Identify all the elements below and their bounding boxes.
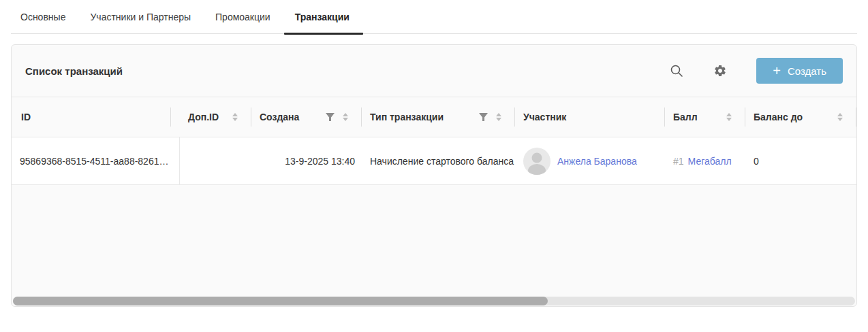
filter-icon[interactable] <box>479 113 488 121</box>
sort-icon[interactable] <box>496 113 501 121</box>
cell-member: Анжела Баранова <box>515 137 665 184</box>
create-button[interactable]: + Создать <box>756 58 843 84</box>
cell-ext-id <box>180 137 251 184</box>
transactions-panel: Список транзакций + Создать ID <box>11 44 857 307</box>
tab-main[interactable]: Основные <box>20 0 65 33</box>
column-label: Доп.ID <box>188 112 219 122</box>
plus-icon: + <box>773 64 781 78</box>
create-button-label: Создать <box>788 65 826 77</box>
member-link[interactable]: Анжела Баранова <box>557 156 637 167</box>
tab-members-partners[interactable]: Участники и Партнеры <box>90 0 191 33</box>
panel-title: Список транзакций <box>25 65 123 77</box>
column-label: Участник <box>523 112 566 122</box>
column-header-ext-id[interactable]: Доп.ID <box>180 97 251 137</box>
cell-score: #1 Мегабалл <box>665 137 745 184</box>
avatar <box>523 148 551 175</box>
column-header-id: ID <box>12 97 180 137</box>
scrollbar-thumb[interactable] <box>13 297 548 305</box>
filter-icon[interactable] <box>326 113 335 121</box>
column-header-created[interactable]: Создана <box>251 97 362 137</box>
tab-transactions[interactable]: Транзакции <box>295 0 350 33</box>
horizontal-scrollbar[interactable] <box>13 297 855 305</box>
score-number: #1 <box>673 156 684 167</box>
panel-header: Список транзакций + Создать <box>12 45 856 97</box>
sort-icon[interactable] <box>837 113 843 121</box>
column-label: Балл <box>673 112 698 122</box>
column-header-member: Участник <box>515 97 665 137</box>
column-header-balance-before[interactable]: Баланс до <box>745 97 856 137</box>
tab-promotions[interactable]: Промоакции <box>215 0 270 33</box>
column-header-score[interactable]: Балл <box>665 97 745 137</box>
cell-id: 95869368-8515-4511-aa88-8261… <box>12 137 180 184</box>
table-header-row: ID Доп.ID Создана Тип транзакции <box>12 97 856 137</box>
column-label: Баланс до <box>754 112 803 122</box>
cell-type: Начисление стартового баланса <box>362 137 515 184</box>
column-label: ID <box>21 112 31 122</box>
sort-icon[interactable] <box>726 113 732 121</box>
gear-icon[interactable] <box>713 63 728 78</box>
panel-actions: + Создать <box>669 58 843 84</box>
table-row[interactable]: 95869368-8515-4511-aa88-8261… 13-9-2025 … <box>12 137 856 185</box>
cell-balance-before: 0 <box>745 137 856 184</box>
score-link[interactable]: Мегабалл <box>688 156 732 167</box>
search-icon[interactable] <box>669 63 684 78</box>
cell-created: 13-9-2025 13:40 <box>251 137 362 184</box>
column-header-type[interactable]: Тип транзакции <box>362 97 515 137</box>
sort-icon[interactable] <box>343 113 348 121</box>
sort-icon[interactable] <box>232 113 238 121</box>
column-label: Создана <box>260 112 299 122</box>
column-label: Тип транзакции <box>370 112 444 122</box>
tab-bar: Основные Участники и Партнеры Промоакции… <box>11 0 857 34</box>
